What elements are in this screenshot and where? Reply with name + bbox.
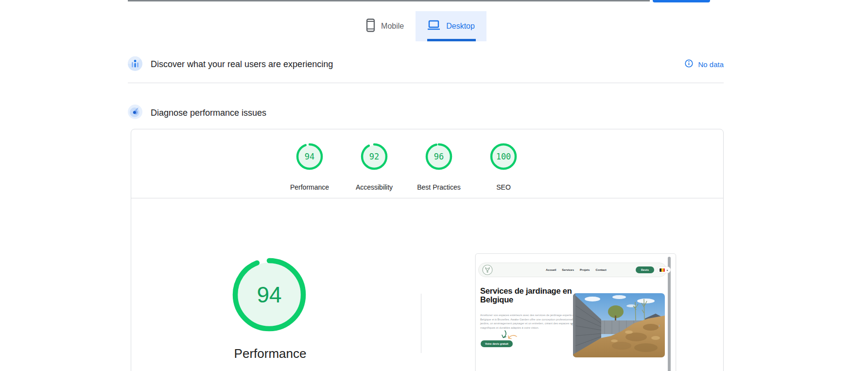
gauge-accessibility[interactable]: 92 Accessibility [345, 143, 403, 191]
no-data-status[interactable]: No data [685, 59, 724, 70]
crux-users-icon [128, 56, 142, 73]
diagnose-row: Diagnose performance issues [128, 97, 724, 128]
desktop-laptop-icon [427, 20, 440, 33]
performance-big-score: 94 [232, 258, 306, 332]
preview-devis-button: Devis [636, 266, 654, 273]
tab-mobile-label: Mobile [381, 22, 404, 31]
device-tabs: Mobile Desktop [0, 11, 868, 41]
carousel-next-icon: › [659, 322, 660, 328]
site-screenshot-preview[interactable]: Accueil Services Projets Contact Devis ▾… [475, 253, 676, 371]
gauge-performance-label: Performance [290, 183, 329, 191]
preview-hero-paragraph: Améliorez vos espaces extérieurs avec de… [480, 313, 581, 330]
preview-navbar: Accueil Services Projets Contact Devis ▾ [478, 263, 667, 277]
caret-down-icon: ▾ [666, 268, 668, 272]
gauge-seo-score: 100 [490, 143, 517, 170]
pagespeed-insights-screen: Mobile Desktop [0, 0, 868, 371]
gauge-accessibility-score: 92 [361, 143, 388, 170]
garden-photo [573, 293, 665, 357]
tab-desktop-label: Desktop [446, 22, 475, 31]
performance-big-label: Performance [222, 346, 319, 361]
card-divider [131, 198, 723, 198]
info-alert-icon[interactable] [685, 59, 693, 70]
no-data-label[interactable]: No data [698, 60, 724, 69]
belgium-flag-icon [660, 268, 665, 272]
gauge-accessibility-label: Accessibility [356, 183, 393, 191]
tab-mobile[interactable]: Mobile [354, 11, 416, 41]
carousel-prev-icon: ‹ [571, 321, 573, 327]
preview-language-selector: ▾ [657, 266, 671, 273]
gauge-seo-label: SEO [496, 183, 511, 191]
gauge-best-practices[interactable]: 96 Best Practices [410, 143, 468, 191]
preview-logo-icon [482, 265, 493, 275]
mobile-phone-icon [366, 18, 375, 34]
field-data-row: Discover what your real users are experi… [128, 46, 724, 83]
lighthouse-gauge-icon [128, 105, 142, 121]
gauge-seo[interactable]: 100 SEO [474, 143, 533, 191]
preview-hero-heading: Services de jardinage en Belgique [480, 287, 573, 304]
category-gauge-strip: 94 Performance 92 Accessibility [280, 143, 533, 191]
preview-nav-link: Accueil [546, 268, 556, 271]
preview-nav-link: Projets [580, 268, 590, 271]
vertical-divider [421, 294, 421, 353]
gauge-best-practices-score: 96 [425, 143, 452, 170]
preview-nav-link: Contact [595, 268, 606, 271]
analyze-button-edge[interactable] [653, 0, 710, 2]
preview-nav-link: Services [562, 268, 574, 271]
gauge-performance-score: 94 [296, 143, 323, 170]
diagnose-title: Diagnose performance issues [151, 108, 266, 118]
gauge-best-practices-label: Best Practices [417, 183, 460, 191]
active-tab-underline [427, 39, 476, 41]
field-data-title: Discover what your real users are experi… [151, 59, 333, 70]
url-input-underline [128, 0, 650, 1]
preview-nav-links: Accueil Services Projets Contact [546, 263, 607, 277]
preview-quote-button: Votre devis gratuit [481, 340, 513, 347]
gauge-performance[interactable]: 94 Performance [280, 143, 339, 191]
tab-desktop[interactable]: Desktop [416, 11, 486, 41]
performance-big-gauge: 94 [232, 258, 306, 332]
preview-scrollbar [668, 257, 671, 371]
lighthouse-report-card: 94 Performance 92 Accessibility [131, 129, 724, 371]
